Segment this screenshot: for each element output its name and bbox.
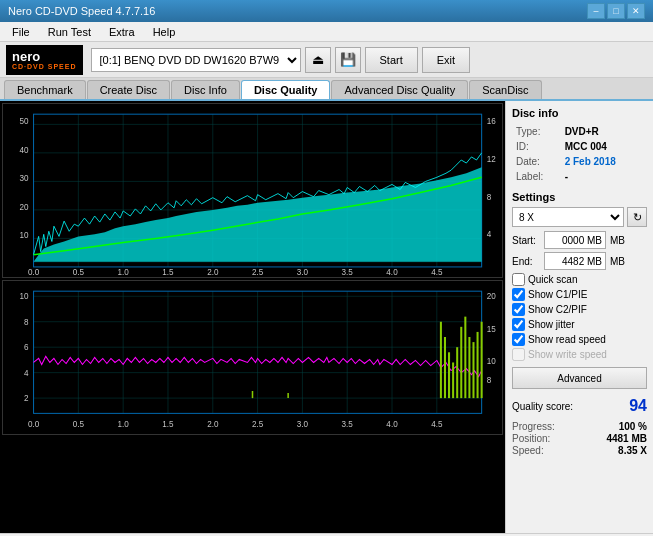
svg-text:4.5: 4.5 — [431, 420, 443, 429]
show-c1-pie-checkbox[interactable] — [512, 288, 525, 301]
toolbar: nero CD·DVD SPEED [0:1] BENQ DVD DD DW16… — [0, 42, 653, 78]
settings-title: Settings — [512, 191, 647, 203]
svg-text:10: 10 — [19, 231, 29, 240]
disc-info-table: Type: DVD+R ID: MCC 004 Date: 2 Feb 2018… — [512, 123, 647, 185]
svg-text:3.5: 3.5 — [342, 268, 354, 277]
tab-scandisc[interactable]: ScanDisc — [469, 80, 541, 99]
end-field[interactable] — [544, 252, 606, 270]
svg-text:1.0: 1.0 — [118, 268, 130, 277]
svg-text:16: 16 — [487, 117, 497, 126]
top-chart: 50 40 30 20 10 16 12 8 4 0.0 0.5 1.0 1.5… — [2, 103, 503, 278]
settings-section: Settings 8 X ↻ Start: MB End: MB Quick s… — [512, 191, 647, 389]
menu-help[interactable]: Help — [145, 25, 184, 39]
svg-text:50: 50 — [19, 117, 29, 126]
svg-text:10: 10 — [19, 292, 29, 301]
position-value: 4481 MB — [606, 433, 647, 444]
show-c2-pif-label: Show C2/PIF — [528, 304, 587, 315]
start-button[interactable]: Start — [365, 47, 418, 73]
menu-runtest[interactable]: Run Test — [40, 25, 99, 39]
tab-create-disc[interactable]: Create Disc — [87, 80, 170, 99]
show-c1-pie-label: Show C1/PIE — [528, 289, 587, 300]
svg-text:1.5: 1.5 — [162, 268, 174, 277]
position-label: Position: — [512, 433, 550, 444]
eject-button[interactable]: ⏏ — [305, 47, 331, 73]
quick-scan-checkbox[interactable] — [512, 273, 525, 286]
tab-bar: Benchmark Create Disc Disc Info Disc Qua… — [0, 78, 653, 101]
disc-id-value: MCC 004 — [563, 140, 645, 153]
menu-extra[interactable]: Extra — [101, 25, 143, 39]
tab-disc-info[interactable]: Disc Info — [171, 80, 240, 99]
show-write-speed-checkbox — [512, 348, 525, 361]
show-read-speed-label: Show read speed — [528, 334, 606, 345]
progress-section: Progress: 100 % Position: 4481 MB Speed:… — [512, 421, 647, 456]
disc-type-value: DVD+R — [563, 125, 645, 138]
svg-text:4.0: 4.0 — [386, 268, 398, 277]
svg-text:3.0: 3.0 — [297, 268, 309, 277]
svg-text:30: 30 — [19, 174, 29, 183]
save-button[interactable]: 💾 — [335, 47, 361, 73]
exit-button[interactable]: Exit — [422, 47, 470, 73]
right-panel: Disc info Type: DVD+R ID: MCC 004 Date: … — [505, 101, 653, 533]
svg-text:8: 8 — [487, 193, 492, 202]
svg-text:2.5: 2.5 — [252, 268, 264, 277]
disc-date-label: Date: — [514, 155, 561, 168]
quality-score-value: 94 — [629, 397, 647, 415]
menu-file[interactable]: File — [4, 25, 38, 39]
main-content: 50 40 30 20 10 16 12 8 4 0.0 0.5 1.0 1.5… — [0, 101, 653, 533]
svg-text:3.5: 3.5 — [342, 420, 354, 429]
drive-selector[interactable]: [0:1] BENQ DVD DD DW1620 B7W9 — [91, 48, 301, 72]
svg-text:4: 4 — [24, 369, 29, 378]
svg-text:40: 40 — [19, 146, 29, 155]
charts-area: 50 40 30 20 10 16 12 8 4 0.0 0.5 1.0 1.5… — [0, 101, 505, 533]
close-button[interactable]: ✕ — [627, 3, 645, 19]
svg-text:0.5: 0.5 — [73, 420, 85, 429]
progress-label: Progress: — [512, 421, 555, 432]
end-label: End: — [512, 256, 540, 267]
show-c2-pif-checkbox[interactable] — [512, 303, 525, 316]
quality-score-label: Quality score: — [512, 401, 573, 412]
disc-label-value: - — [563, 170, 645, 183]
svg-text:1.0: 1.0 — [118, 420, 130, 429]
svg-text:0.5: 0.5 — [73, 268, 85, 277]
start-label: Start: — [512, 235, 540, 246]
minimize-button[interactable]: – — [587, 3, 605, 19]
menu-bar: File Run Test Extra Help — [0, 22, 653, 42]
bottom-chart: 10 8 6 4 2 20 15 10 8 0.0 0.5 1.0 1.5 2.… — [2, 280, 503, 435]
maximize-button[interactable]: □ — [607, 3, 625, 19]
svg-text:4.0: 4.0 — [386, 420, 398, 429]
svg-text:10: 10 — [487, 358, 497, 367]
speed-value: 8.35 X — [618, 445, 647, 456]
disc-id-label: ID: — [514, 140, 561, 153]
speed-selector[interactable]: 8 X — [512, 207, 624, 227]
show-write-speed-label: Show write speed — [528, 349, 607, 360]
show-read-speed-checkbox[interactable] — [512, 333, 525, 346]
app-title: Nero CD-DVD Speed 4.7.7.16 — [8, 5, 155, 17]
tab-disc-quality[interactable]: Disc Quality — [241, 80, 331, 99]
svg-text:2: 2 — [24, 394, 29, 403]
advanced-button[interactable]: Advanced — [512, 367, 647, 389]
svg-text:8: 8 — [487, 376, 492, 385]
svg-text:0.0: 0.0 — [28, 268, 40, 277]
disc-date-value: 2 Feb 2018 — [563, 155, 645, 168]
tab-advanced-disc-quality[interactable]: Advanced Disc Quality — [331, 80, 468, 99]
nero-logo: nero CD·DVD SPEED — [6, 45, 83, 75]
quality-score-row: Quality score: 94 — [512, 397, 647, 415]
svg-text:20: 20 — [19, 203, 29, 212]
start-field[interactable] — [544, 231, 606, 249]
svg-text:2.0: 2.0 — [207, 268, 219, 277]
svg-text:2.0: 2.0 — [207, 420, 219, 429]
quick-scan-label: Quick scan — [528, 274, 577, 285]
svg-text:8: 8 — [24, 318, 29, 327]
speed-label: Speed: — [512, 445, 544, 456]
svg-text:3.0: 3.0 — [297, 420, 309, 429]
disc-info-title: Disc info — [512, 107, 647, 119]
progress-value: 100 % — [619, 421, 647, 432]
show-jitter-checkbox[interactable] — [512, 318, 525, 331]
disc-label-label: Label: — [514, 170, 561, 183]
refresh-button[interactable]: ↻ — [627, 207, 647, 227]
svg-text:4: 4 — [487, 230, 492, 239]
svg-text:6: 6 — [24, 343, 29, 352]
start-unit: MB — [610, 235, 625, 246]
tab-benchmark[interactable]: Benchmark — [4, 80, 86, 99]
svg-text:0.0: 0.0 — [28, 420, 40, 429]
